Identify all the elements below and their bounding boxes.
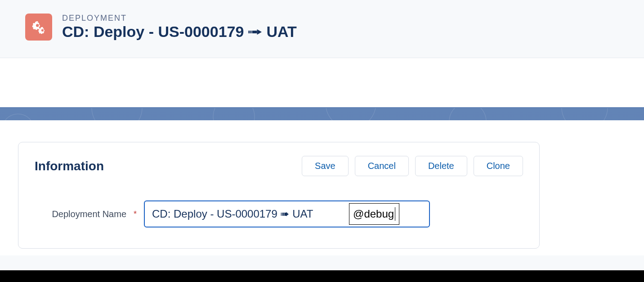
clone-button[interactable]: Clone (474, 156, 523, 176)
action-buttons: Save Cancel Delete Clone (302, 156, 523, 176)
required-indicator: * (134, 209, 137, 219)
svg-rect-2 (250, 31, 251, 33)
page-header: DEPLOYMENT CD: Deploy - US-0000179 UAT (0, 0, 644, 58)
header-eyebrow: DEPLOYMENT (62, 14, 297, 23)
cancel-button[interactable]: Cancel (355, 156, 409, 176)
section-title: Information (35, 159, 104, 173)
deployment-name-input[interactable] (144, 200, 430, 227)
save-button[interactable]: Save (302, 156, 349, 176)
deployment-icon (25, 14, 52, 41)
svg-rect-4 (252, 31, 257, 33)
delete-button[interactable]: Delete (415, 156, 467, 176)
content-area: Information Save Cancel Delete Clone Dep… (0, 120, 644, 255)
arrow-right-icon (248, 27, 262, 36)
page-title: CD: Deploy - US-0000179 UAT (62, 23, 297, 41)
footer-bar (0, 270, 644, 282)
svg-rect-0 (248, 31, 249, 33)
deployment-name-row: Deployment Name * @debug (35, 200, 523, 227)
deployment-name-label: Deployment Name (35, 209, 128, 220)
sub-header-strip (0, 58, 644, 108)
page-title-right: UAT (266, 23, 296, 41)
svg-rect-1 (250, 31, 250, 33)
decorative-band (0, 108, 644, 120)
svg-rect-3 (251, 31, 252, 33)
page-title-left: CD: Deploy - US-0000179 (62, 23, 244, 41)
information-card: Information Save Cancel Delete Clone Dep… (18, 142, 540, 249)
svg-marker-5 (257, 29, 262, 35)
